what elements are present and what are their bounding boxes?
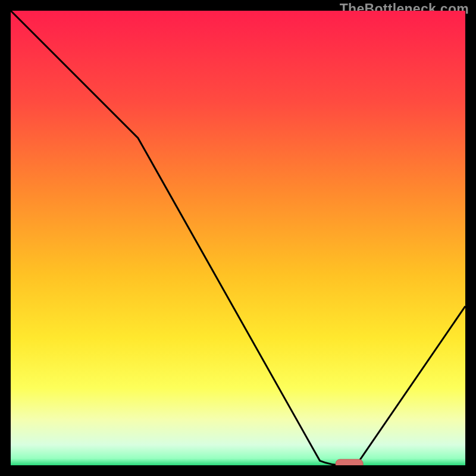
optimal-marker — [336, 459, 363, 465]
plot-area — [11, 11, 465, 465]
bottleneck-chart — [11, 11, 465, 465]
